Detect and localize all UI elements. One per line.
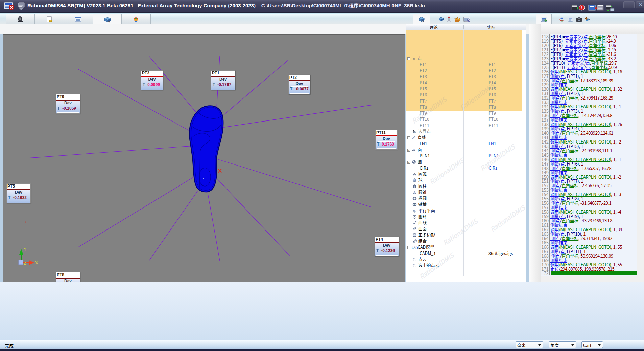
svg-text:Y: Y	[24, 247, 27, 252]
svg-text:Z: Z	[24, 261, 26, 266]
svg-text:X: X	[35, 260, 38, 265]
svg-text:!: !	[581, 5, 582, 10]
